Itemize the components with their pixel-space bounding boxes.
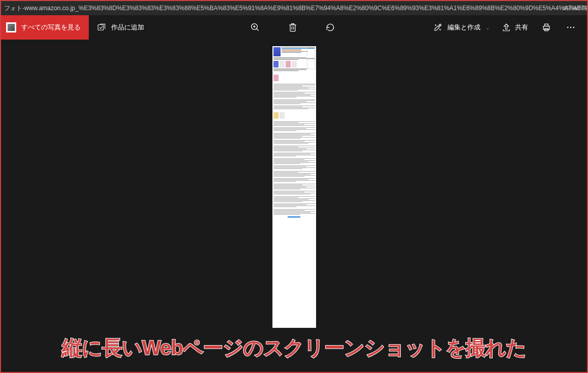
share-button[interactable]: 共有 xyxy=(502,23,528,32)
image-viewer-area[interactable] xyxy=(2,40,586,371)
share-icon xyxy=(502,23,511,32)
svg-rect-0 xyxy=(98,25,103,30)
more-options-button[interactable] xyxy=(565,21,577,33)
view-all-label: すべての写真を見る xyxy=(21,23,81,32)
toolbar-center xyxy=(152,21,433,33)
add-to-album-button[interactable]: 作品に追加 xyxy=(89,15,152,40)
photos-icon xyxy=(6,22,16,32)
print-icon xyxy=(541,22,551,32)
add-to-album-label: 作品に追加 xyxy=(111,23,144,32)
main-toolbar: すべての写真を見る 作品に追加 xyxy=(1,15,587,40)
print-button[interactable] xyxy=(540,21,552,33)
edit-create-label: 編集と作成 xyxy=(447,23,480,32)
svg-point-9 xyxy=(573,27,575,28)
app-name: フォト xyxy=(4,4,22,13)
svg-rect-4 xyxy=(543,26,549,30)
window-controls: 85%A8%E6 xyxy=(567,1,587,15)
album-add-icon xyxy=(97,23,106,32)
svg-point-8 xyxy=(570,27,572,28)
edit-create-button[interactable]: 編集と作成 ⌄ xyxy=(433,23,490,32)
trash-icon xyxy=(288,22,298,32)
share-label: 共有 xyxy=(515,23,528,32)
svg-rect-5 xyxy=(545,24,548,26)
toolbar-left: すべての写真を見る 作品に追加 xyxy=(1,15,152,40)
rotate-button[interactable] xyxy=(324,21,336,33)
rotate-icon xyxy=(325,22,335,32)
zoom-in-icon xyxy=(250,22,260,32)
chevron-down-icon: ⌄ xyxy=(486,25,490,30)
displayed-screenshot xyxy=(272,44,316,328)
view-all-photos-button[interactable]: すべての写真を見る xyxy=(1,15,89,40)
toolbar-right: 編集と作成 ⌄ 共有 xyxy=(433,21,587,33)
edit-icon xyxy=(433,23,442,32)
file-name: www.amazon.co.jp_%E3%83%8D%E3%83%83%E3%8… xyxy=(24,5,587,12)
more-horizontal-icon xyxy=(566,22,576,32)
svg-point-2 xyxy=(435,25,436,26)
annotation-caption: 縦に長いWebページのスクリーンショットを撮れた xyxy=(11,334,577,362)
title-bar: フォト - www.amazon.co.jp_%E3%83%8D%E3%83%8… xyxy=(1,1,587,15)
svg-point-7 xyxy=(567,27,569,28)
svg-point-3 xyxy=(440,29,441,30)
title-suffix: 85%A8%E6 xyxy=(567,1,587,15)
zoom-button[interactable] xyxy=(249,21,261,33)
delete-button[interactable] xyxy=(287,21,299,33)
